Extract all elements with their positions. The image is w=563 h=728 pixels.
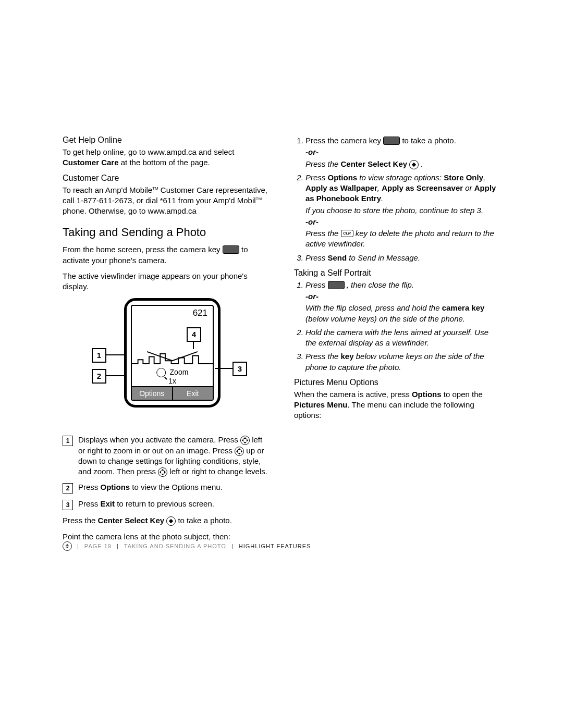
legend-row-3: 3 Press Exit to return to previous scree…	[63, 499, 269, 510]
text: ,	[483, 173, 485, 182]
diagram-legend: 1 Displays when you activate the camera.…	[63, 435, 269, 510]
sp-step-2: Hold the camera with the lens aimed at y…	[305, 327, 500, 349]
customer-care-text: To reach an Amp'd MobileTM Customer Care…	[63, 185, 269, 217]
callout-1: 1	[92, 348, 106, 363]
callout-3: 3	[232, 362, 247, 376]
text: , then close the flip.	[347, 280, 414, 289]
text: To get help online, go to www.ampd.ca an…	[63, 147, 234, 156]
sp-step-3: Press the key below volume keys on the s…	[305, 351, 500, 373]
text: With the flip closed, press and hold the	[305, 303, 442, 312]
trademark-symbol: TM	[256, 196, 262, 201]
camera-key-icon	[383, 137, 400, 145]
footer-chapter: HIGHLIGHT FEATURES	[239, 543, 311, 549]
two-column-layout: Get Help Online To get help online, go t…	[63, 135, 500, 547]
store-only-label: Store Only	[444, 173, 483, 182]
text: Press the camera key	[305, 136, 383, 145]
zoom-label: Zoom	[170, 368, 189, 376]
text: Displays when you activate the camera. P…	[78, 435, 240, 444]
text: left or right to change levels.	[169, 467, 267, 476]
nav-key-icon	[235, 447, 244, 456]
nav-key-icon	[158, 467, 167, 477]
text: .	[419, 159, 423, 168]
footer-section: TAKING AND SENDING A PHOTO	[124, 543, 226, 549]
text: .	[381, 194, 383, 203]
pictures-menu-label: Pictures Menu	[294, 400, 348, 409]
page-footer: | PAGE 19 | TAKING AND SENDING A PHOTO |…	[63, 541, 311, 551]
get-help-heading: Get Help Online	[63, 135, 269, 145]
callout-4: 4	[187, 327, 201, 342]
pictures-menu-heading: Pictures Menu Options	[294, 378, 500, 387]
text: or	[463, 183, 474, 192]
text: to view the Options menu.	[130, 483, 223, 491]
step-2: Press Options to view storage options: S…	[305, 172, 500, 250]
magnifier-icon	[156, 368, 166, 377]
legend-number: 3	[63, 500, 73, 510]
or-label: -or-	[305, 147, 500, 157]
camera-key-label: camera key	[442, 303, 485, 312]
softkey-options: Options	[132, 387, 173, 400]
send-label: Send	[328, 253, 347, 262]
text: Press the	[63, 516, 98, 525]
footer-page: PAGE 19	[84, 543, 112, 549]
get-help-text: To get help online, go to www.ampd.ca an…	[63, 147, 269, 168]
text: phone. Otherwise, go to www.ampd.ca	[63, 206, 197, 215]
left-column: Get Help Online To get help online, go t…	[63, 135, 269, 547]
self-portrait-steps: Press , then close the flip. -or- With t…	[294, 280, 500, 373]
text: to take a photo.	[402, 136, 456, 145]
right-column: Press the camera key to take a photo. -o…	[294, 135, 500, 547]
legend-text: Displays when you activate the camera. P…	[78, 435, 269, 477]
center-select-key-label: Center Select Key	[341, 159, 408, 168]
phone-outline: 621 Zoom 1x Options Exit	[124, 298, 221, 408]
leader-line	[215, 368, 232, 369]
step-1: Press the camera key to take a photo. -o…	[305, 135, 500, 169]
exit-label: Exit	[101, 499, 115, 508]
footer-sep: |	[117, 543, 119, 549]
phone-screen: 621 Zoom 1x Options Exit	[131, 305, 214, 401]
side-key-label: key	[341, 352, 354, 361]
callout-2: 2	[92, 369, 106, 384]
customer-care-link-text: Customer Care	[63, 158, 119, 167]
text: Press	[78, 483, 101, 491]
self-portrait-heading: Taking a Self Portrait	[294, 268, 500, 278]
softkey-bar: Options Exit	[132, 386, 213, 400]
manual-page: Get Help Online To get help online, go t…	[0, 0, 563, 728]
legend-row-1: 1 Displays when you activate the camera.…	[63, 435, 269, 477]
leader-line	[106, 354, 124, 355]
text: to open the	[442, 390, 483, 399]
legend-number: 2	[63, 483, 73, 493]
step-3: Press Send to Send in Message.	[305, 253, 500, 263]
legend-text: Press Options to view the Options menu.	[78, 482, 269, 492]
legend-number: 1	[63, 436, 73, 446]
center-select-key-label: Center Select Key	[98, 516, 165, 525]
sp-step-1-alt: With the flip closed, press and hold the…	[305, 303, 500, 324]
footer-sep: |	[231, 543, 234, 549]
apply-wallpaper-label: Apply as Wallpaper	[305, 183, 377, 192]
phone-diagram: 621 Zoom 1x Options Exit	[82, 298, 249, 423]
or-label: -or-	[305, 217, 500, 227]
text: Press the	[305, 352, 341, 361]
camera-key-icon	[223, 245, 239, 254]
options-label: Options	[412, 390, 442, 399]
leader-line	[106, 375, 124, 376]
step-1-alt: Press the Center Select Key .	[305, 159, 500, 169]
sp-step-1: Press , then close the flip. -or- With t…	[305, 280, 500, 324]
text: From the home screen, press the camera k…	[63, 245, 223, 254]
text: to return to previous screen.	[115, 499, 214, 508]
section-heading: Taking and Sending a Photo	[63, 226, 269, 239]
trademark-symbol: TM	[152, 186, 158, 191]
step-2-delete: Press the CLR key to delete the photo an…	[305, 228, 500, 250]
leader-line	[193, 342, 194, 349]
text: Press the	[305, 229, 341, 238]
clr-key-icon: CLR	[341, 230, 353, 237]
camera-key-icon	[328, 281, 345, 289]
zoom-value: 1x	[168, 377, 176, 385]
text: Press	[78, 499, 101, 508]
intro2-text: The active viewfinder image appears on y…	[63, 271, 269, 292]
text: Press	[305, 280, 328, 289]
footer-sep: |	[77, 543, 79, 549]
or-label: -or-	[305, 291, 500, 302]
text: to view storage options:	[357, 173, 444, 182]
zoom-indicator: Zoom 1x	[156, 368, 189, 385]
skyline-icon	[132, 349, 213, 369]
after-legend-1: Press the Center Select Key to take a ph…	[63, 515, 269, 526]
